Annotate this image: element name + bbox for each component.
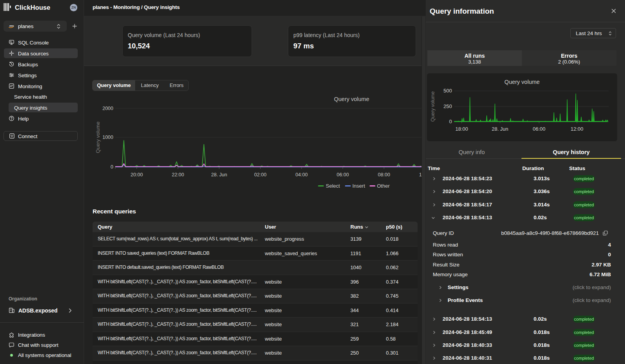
svg-text:28. Jun: 28. Jun	[492, 126, 509, 132]
svg-text:18:00: 18:00	[455, 126, 468, 132]
svg-text:20:00: 20:00	[130, 172, 143, 178]
svg-text:12:00: 12:00	[571, 126, 584, 132]
svg-text:06:00: 06:00	[337, 172, 349, 178]
svg-text:06:00: 06:00	[533, 126, 546, 132]
svg-text:28. Jun: 28. Jun	[211, 172, 227, 178]
svg-text:aws: aws	[9, 24, 14, 27]
svg-text:04:00: 04:00	[295, 172, 307, 178]
svg-text:22:00: 22:00	[172, 172, 184, 178]
svg-text:2000: 2000	[102, 106, 113, 111]
svg-text:1000: 1000	[102, 135, 113, 140]
svg-text:0: 0	[111, 164, 113, 170]
svg-text:Query volume: Query volume	[95, 122, 101, 153]
svg-text:0: 0	[449, 119, 452, 124]
svg-text:500: 500	[443, 88, 452, 94]
svg-text:08:00: 08:00	[378, 172, 390, 178]
svg-text:02:00: 02:00	[254, 172, 266, 178]
svg-text:Query volume: Query volume	[430, 91, 436, 122]
svg-text:250: 250	[443, 103, 452, 109]
